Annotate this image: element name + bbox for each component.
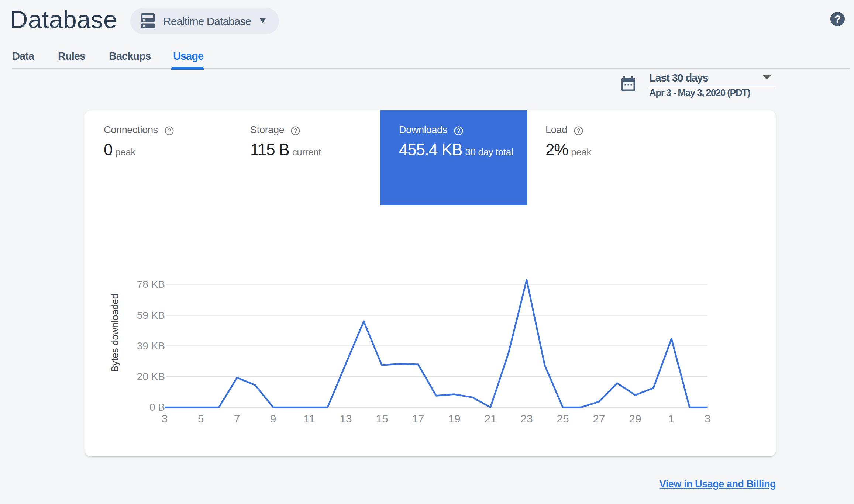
svg-text:0 B: 0 B bbox=[149, 401, 165, 413]
svg-text:20 KB: 20 KB bbox=[137, 371, 165, 382]
svg-text:1: 1 bbox=[668, 412, 675, 425]
svg-text:13: 13 bbox=[340, 412, 352, 425]
svg-text:23: 23 bbox=[520, 412, 533, 425]
svg-text:39 KB: 39 KB bbox=[137, 340, 165, 352]
svg-text:7: 7 bbox=[234, 412, 240, 425]
svg-text:27: 27 bbox=[593, 412, 605, 425]
svg-text:5: 5 bbox=[198, 412, 204, 425]
svg-text:29: 29 bbox=[629, 412, 641, 425]
svg-text:Bytes downloaded: Bytes downloaded bbox=[109, 294, 120, 372]
svg-text:78 KB: 78 KB bbox=[137, 279, 165, 290]
svg-text:3: 3 bbox=[162, 412, 168, 425]
svg-text:25: 25 bbox=[557, 412, 569, 425]
svg-text:3: 3 bbox=[705, 412, 711, 425]
svg-text:59 KB: 59 KB bbox=[137, 310, 165, 321]
svg-text:15: 15 bbox=[376, 412, 388, 425]
svg-text:9: 9 bbox=[270, 412, 276, 425]
svg-text:21: 21 bbox=[484, 412, 496, 425]
svg-text:17: 17 bbox=[412, 412, 424, 425]
svg-text:19: 19 bbox=[448, 412, 460, 425]
svg-text:11: 11 bbox=[303, 412, 315, 425]
